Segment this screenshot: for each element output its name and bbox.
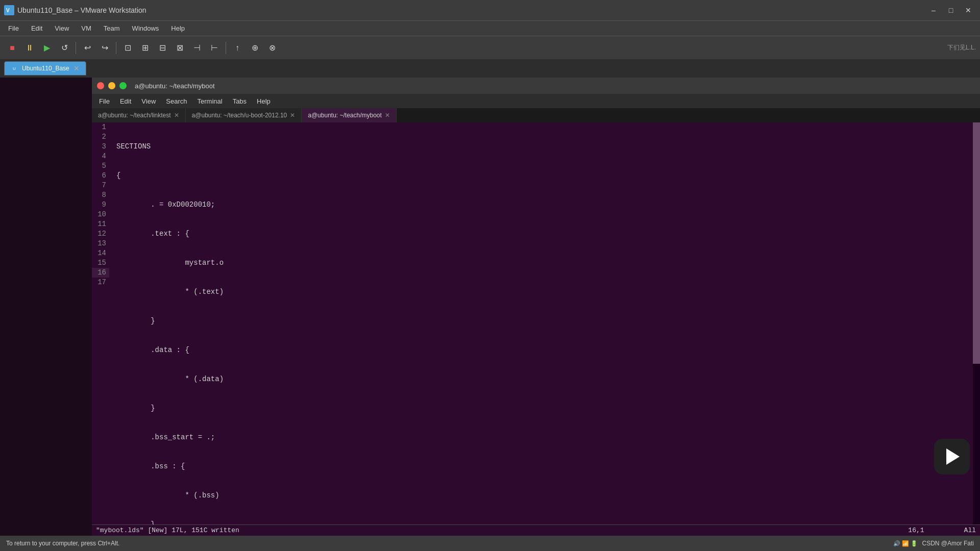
bottom-status-left: To return to your computer, press Ctrl+A… <box>6 540 119 547</box>
menu-help[interactable]: Help <box>165 22 191 34</box>
snapshot-next-button[interactable]: ↪ <box>96 40 113 56</box>
code-line-13: * (.bss) <box>116 491 973 500</box>
youtube-button[interactable] <box>934 439 970 474</box>
toolbar-sep-1 <box>76 42 76 54</box>
menu-windows[interactable]: Windows <box>126 22 165 34</box>
bottom-status-bar: To return to your computer, press Ctrl+A… <box>0 536 980 551</box>
code-line-1: SECTIONS <box>116 142 973 152</box>
code-line-7: } <box>116 316 973 326</box>
tool-button-1[interactable]: ↑ <box>229 40 246 56</box>
vm-tab-icon: U <box>11 65 18 72</box>
linenum-t4 <box>92 316 109 326</box>
pause-button[interactable]: ⏸ <box>21 40 38 56</box>
vm-tab-close[interactable]: ✕ <box>74 64 80 72</box>
tool-button-3[interactable]: ⊗ <box>264 40 280 56</box>
linenum-16: 16 <box>92 268 109 278</box>
terminal-tabs: a@ubuntu: ~/teach/linktest ✕ a@ubuntu: ~… <box>92 108 980 122</box>
menu-file[interactable]: File <box>2 22 25 34</box>
linenum-13: 13 <box>92 239 109 248</box>
view-button-1[interactable]: ⊟ <box>154 40 170 56</box>
toolbar-right-text: 下们见L.L. <box>947 43 976 52</box>
vm-tab-label: Ubuntu110_Base <box>22 65 69 72</box>
play-button[interactable]: ▶ <box>39 40 55 56</box>
linenum-5: 5 <box>92 161 109 171</box>
code-line-2: { <box>116 171 973 181</box>
unity-button[interactable]: ⊞ <box>137 40 153 56</box>
menu-edit[interactable]: Edit <box>25 22 48 34</box>
reset-button[interactable]: ↺ <box>56 40 72 56</box>
svg-text:V: V <box>6 8 10 13</box>
term-menu-edit[interactable]: Edit <box>115 96 136 107</box>
term-tab-myboot-label: a@ubuntu: ~/teach/myboot <box>308 112 382 119</box>
term-tab-uboot-close[interactable]: ✕ <box>290 112 295 119</box>
view-button-2[interactable]: ⊠ <box>172 40 188 56</box>
minimize-button[interactable]: – <box>926 4 941 16</box>
vim-content: 1 2 3 4 5 6 7 8 9 10 11 12 13 14 <box>92 122 980 524</box>
left-sidebar <box>0 78 92 536</box>
linenum-6: 6 <box>92 171 109 181</box>
linenum-4: 4 <box>92 152 109 161</box>
menu-view[interactable]: View <box>48 22 75 34</box>
terminal-tab-linktest[interactable]: a@ubuntu: ~/teach/linktest ✕ <box>92 108 186 122</box>
vim-scrollbar[interactable] <box>973 122 980 524</box>
code-line-11: .bss_start = .; <box>116 433 973 442</box>
term-tab-uboot-label: a@ubuntu: ~/teach/u-boot-2012.10 <box>192 112 287 119</box>
linenum-1: 1 <box>92 122 109 132</box>
main-content: a@ubuntu: ~/teach/myboot File Edit View … <box>0 78 980 536</box>
view-button-4[interactable]: ⊢ <box>206 40 223 56</box>
code-line-10: } <box>116 404 973 413</box>
linenum-3: 3 <box>92 142 109 152</box>
term-menu-terminal[interactable]: Terminal <box>192 96 228 107</box>
terminal-minimize-button[interactable] <box>108 82 115 89</box>
bottom-status-right: 🔊 📶 🔋 CSDN @Amor Fati <box>893 540 974 547</box>
vim-cursor-pos: 16,1 <box>908 527 924 534</box>
linenum-10: 10 <box>92 210 109 219</box>
linenum-9: 9 <box>92 200 109 210</box>
code-line-4: .text : { <box>116 229 973 239</box>
vim-status-left: "myboot.lds" [New] 17L, 151C written <box>96 527 239 534</box>
term-tab-myboot-close[interactable]: ✕ <box>385 112 390 119</box>
terminal-tab-uboot[interactable]: a@ubuntu: ~/teach/u-boot-2012.10 ✕ <box>186 108 302 122</box>
title-bar: V Ubuntu110_Base – VMware Workstation – … <box>0 0 980 20</box>
term-menu-search[interactable]: Search <box>161 96 192 107</box>
vim-all: All <box>964 527 976 534</box>
code-line-8: .data : { <box>116 345 973 355</box>
tab-bar: U Ubuntu110_Base ✕ <box>0 59 980 78</box>
snapshot-prev-button[interactable]: ↩ <box>79 40 95 56</box>
vim-editor[interactable]: 1 2 3 4 5 6 7 8 9 10 11 12 13 14 <box>92 122 980 536</box>
term-menu-view[interactable]: View <box>136 96 161 107</box>
title-text: Ubuntu110_Base – VMware Workstation <box>17 6 146 14</box>
menu-team[interactable]: Team <box>97 22 126 34</box>
linenum-8: 8 <box>92 190 109 200</box>
linenum-t6 <box>92 336 109 345</box>
term-menu-help[interactable]: Help <box>252 96 276 107</box>
linenum-11: 11 <box>92 219 109 229</box>
term-tab-linktest-close[interactable]: ✕ <box>174 112 179 119</box>
maximize-button[interactable]: □ <box>943 4 959 16</box>
sys-tray-icons: 🔊 📶 🔋 <box>893 540 918 547</box>
menu-vm[interactable]: VM <box>75 22 97 34</box>
term-menu-file[interactable]: File <box>94 96 115 107</box>
linenum-t1 <box>92 287 109 297</box>
code-line-5: mystart.o <box>116 258 973 268</box>
linenum-15: 15 <box>92 258 109 268</box>
line-numbers: 1 2 3 4 5 6 7 8 9 10 11 12 13 14 <box>92 122 112 524</box>
bottom-right-text: CSDN @Amor Fati <box>922 540 974 547</box>
vm-tab-ubuntu[interactable]: U Ubuntu110_Base ✕ <box>4 61 86 76</box>
terminal-close-button[interactable] <box>97 82 104 89</box>
close-button[interactable]: ✕ <box>961 4 976 16</box>
view-button-3[interactable]: ⊣ <box>189 40 205 56</box>
title-bar-controls: – □ ✕ <box>926 4 976 16</box>
term-menu-tabs[interactable]: Tabs <box>228 96 252 107</box>
term-tab-linktest-label: a@ubuntu: ~/teach/linktest <box>98 112 171 119</box>
tool-button-2[interactable]: ⊕ <box>247 40 263 56</box>
linenum-7: 7 <box>92 181 109 190</box>
terminal-tab-myboot[interactable]: a@ubuntu: ~/teach/myboot ✕ <box>302 108 397 122</box>
linenum-t9 <box>92 365 109 374</box>
stop-button[interactable]: ■ <box>4 40 20 56</box>
terminal-maximize-button[interactable] <box>119 82 127 89</box>
toolbar-sep-3 <box>226 42 226 54</box>
fullscreen-button[interactable]: ⊡ <box>119 40 136 56</box>
code-line-9: * (.data) <box>116 374 973 384</box>
vim-scrollbar-thumb <box>973 122 980 364</box>
